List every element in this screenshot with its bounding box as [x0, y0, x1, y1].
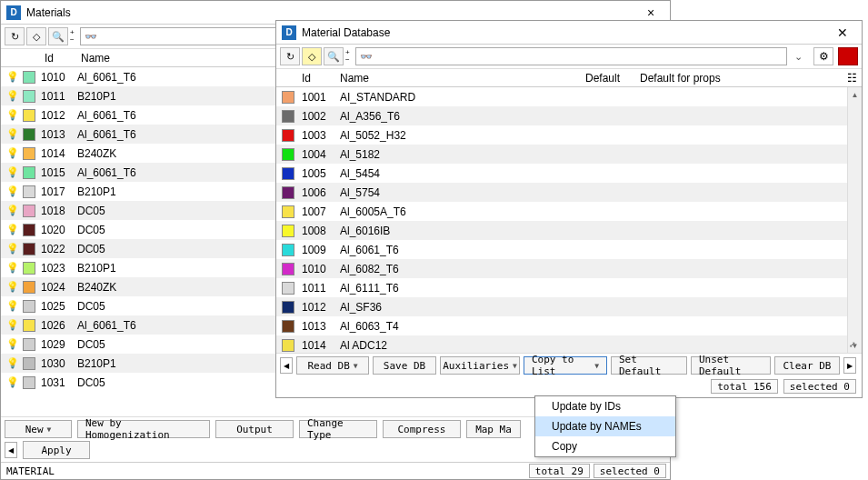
- apply-button[interactable]: Apply: [23, 441, 90, 459]
- row-id: 1026: [41, 319, 77, 332]
- bulb-icon: 💡: [6, 281, 23, 293]
- row-id: 1006: [302, 186, 340, 199]
- menu-update-by-names[interactable]: Update by NAMEs: [535, 416, 675, 436]
- row-id: 1013: [41, 128, 77, 141]
- bulb-icon: 💡: [6, 338, 23, 350]
- new-homogenization-button[interactable]: New by Homogenization: [77, 420, 210, 438]
- stop-button[interactable]: [838, 47, 858, 65]
- zoom-button[interactable]: 🔍: [324, 47, 344, 65]
- row-id: 1002: [302, 110, 340, 123]
- menu-update-by-ids[interactable]: Update by IDs: [535, 396, 675, 416]
- refresh-button[interactable]: ↻: [5, 27, 25, 45]
- color-swatch: [282, 282, 294, 295]
- row-id: 1012: [302, 301, 340, 314]
- row-id: 1001: [302, 91, 340, 104]
- col-id-header[interactable]: Id: [302, 72, 340, 85]
- color-swatch: [23, 166, 35, 179]
- bulb-icon: 💡: [6, 224, 23, 235]
- scrollbar[interactable]: ▲ ▼: [847, 87, 862, 353]
- table-row[interactable]: 1010Al_6082_T6: [276, 259, 862, 278]
- expand-icon[interactable]: ⤢: [849, 340, 856, 349]
- copy-to-list-button[interactable]: Copy to List: [524, 356, 607, 375]
- col-id-header[interactable]: Id: [39, 52, 75, 65]
- table-row[interactable]: 1011Al_6111_T6: [276, 278, 862, 297]
- bulb-icon: 💡: [6, 357, 23, 369]
- new-button[interactable]: New: [5, 420, 72, 438]
- table-row[interactable]: 1005Al_5454: [276, 164, 862, 183]
- table-row[interactable]: 1014Al ADC12: [276, 335, 862, 353]
- zoom-plus-minus[interactable]: +−: [345, 49, 350, 64]
- compress-button[interactable]: Compress: [383, 420, 461, 438]
- output-button[interactable]: Output: [215, 420, 294, 438]
- row-name: AI_STANDARD: [340, 91, 862, 104]
- table-row[interactable]: 1006Al_5754: [276, 183, 862, 202]
- row-name: Al_A356_T6: [340, 110, 862, 123]
- color-swatch: [23, 376, 35, 389]
- save-db-button[interactable]: Save DB: [373, 356, 436, 375]
- status-total: total 156: [711, 379, 778, 394]
- scroll-up-icon[interactable]: ▲: [848, 87, 862, 102]
- table-row[interactable]: 1012Al_SF36: [276, 297, 862, 316]
- color-swatch: [282, 320, 294, 333]
- row-id: 1014: [41, 147, 77, 160]
- clear-db-button[interactable]: Clear DB: [774, 356, 840, 375]
- zoom-plus-minus[interactable]: +−: [70, 29, 75, 44]
- color-swatch: [282, 301, 294, 314]
- table-row[interactable]: 1007Al_6005A_T6: [276, 202, 862, 221]
- refresh-button[interactable]: ↻: [280, 47, 300, 65]
- table-row[interactable]: 1013Al_6063_T4: [276, 316, 862, 335]
- row-name: Al_SF36: [340, 301, 862, 314]
- col-name-header[interactable]: Name: [340, 72, 585, 85]
- color-swatch: [23, 281, 35, 294]
- bulb-icon: 💡: [6, 147, 23, 159]
- map-button[interactable]: Map Ma: [466, 420, 521, 438]
- row-id: 1004: [302, 148, 340, 161]
- search-icon: 👓: [360, 51, 373, 63]
- search-dropdown-icon[interactable]: ⌄: [794, 51, 803, 63]
- table-row[interactable]: 1002Al_A356_T6: [276, 106, 862, 125]
- zoom-button[interactable]: 🔍: [48, 27, 68, 45]
- column-options-icon[interactable]: ☷: [842, 72, 862, 85]
- read-db-button[interactable]: Read DB: [296, 356, 369, 375]
- table-row[interactable]: 1009Al_6061_T6: [276, 240, 862, 259]
- color-swatch: [23, 319, 35, 332]
- table-row[interactable]: 1001AI_STANDARD: [276, 87, 862, 106]
- unset-default-button[interactable]: Unset Default: [691, 356, 771, 375]
- row-id: 1020: [41, 224, 77, 236]
- highlight-button[interactable]: ◇: [302, 47, 322, 65]
- settings-button[interactable]: ⚙: [813, 47, 833, 65]
- color-swatch: [23, 90, 35, 103]
- color-swatch: [23, 262, 35, 275]
- row-name: Al ADC12: [340, 339, 862, 352]
- nav-right-button[interactable]: ▶: [843, 357, 856, 374]
- color-swatch: [23, 243, 35, 255]
- col-default-header[interactable]: Default: [585, 72, 640, 85]
- row-name: Al_5454: [340, 167, 862, 180]
- row-id: 1008: [302, 225, 340, 237]
- nav-left-button[interactable]: ◀: [280, 357, 293, 374]
- set-default-button[interactable]: Set Default: [611, 356, 687, 375]
- row-id: 1017: [41, 185, 77, 198]
- color-swatch: [282, 205, 294, 218]
- auxiliaries-button[interactable]: Auxiliaries: [440, 356, 520, 375]
- row-id: 1018: [41, 205, 77, 217]
- row-name: Al_6111_T6: [340, 282, 862, 295]
- erase-button[interactable]: ◇: [26, 27, 46, 45]
- color-swatch: [282, 339, 294, 352]
- table-row[interactable]: 1008Al_6016IB: [276, 221, 862, 240]
- row-id: 1024: [41, 281, 77, 294]
- search-input[interactable]: 👓: [355, 47, 787, 65]
- database-title: Material Database: [302, 26, 829, 39]
- close-icon[interactable]: ✕: [829, 25, 856, 40]
- nav-left-button[interactable]: ◀: [5, 442, 17, 458]
- table-row[interactable]: 1003Al_5052_H32: [276, 125, 862, 145]
- database-titlebar: D Material Database ✕: [276, 21, 862, 45]
- color-swatch: [282, 263, 294, 275]
- table-row[interactable]: 1004Al_5182: [276, 145, 862, 164]
- menu-copy[interactable]: Copy: [535, 436, 675, 456]
- row-id: 1029: [41, 338, 77, 351]
- change-type-button[interactable]: Change Type: [299, 420, 377, 438]
- col-default-props-header[interactable]: Default for props: [640, 72, 842, 85]
- close-icon[interactable]: ×: [637, 5, 664, 20]
- row-name: Al_5052_H32: [340, 129, 862, 142]
